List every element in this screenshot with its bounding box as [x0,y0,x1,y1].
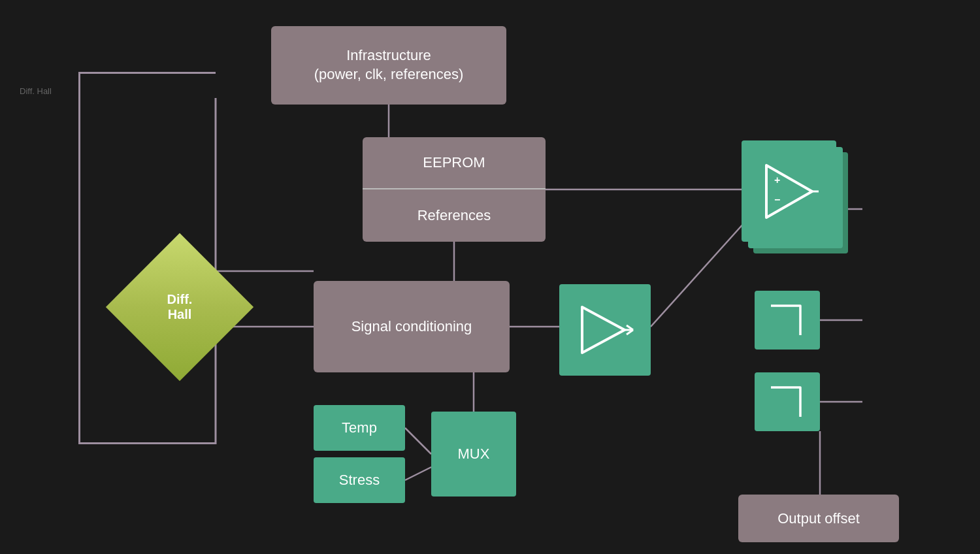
svg-text:−: − [774,194,780,205]
mux-box: MUX [431,412,516,497]
amp-stack: + − [742,140,849,255]
filter-box-top [755,291,820,350]
filter-box-bottom [755,372,820,431]
references-label: References [417,207,491,224]
mux-label: MUX [458,446,490,463]
svg-line-4 [651,222,745,327]
eeprom-label: EEPROM [423,154,485,171]
pga-box [559,284,651,376]
output-offset-box: Output offset [738,495,899,542]
svg-marker-19 [582,307,625,353]
temp-box: Temp [314,405,405,451]
eeprom-refs-box: EEPROM References [363,137,546,242]
amp-block-front: + − [742,140,836,242]
svg-line-8 [405,428,431,454]
stress-box: Stress [314,457,405,503]
infrastructure-box: Infrastructure(power, clk, references) [271,26,506,105]
stress-label: Stress [339,472,380,489]
svg-marker-15 [766,165,812,218]
filter-bottom-icon [768,384,807,420]
infrastructure-label: Infrastructure(power, clk, references) [314,46,464,84]
signal-conditioning-label: Signal conditioning [351,318,472,335]
output-offset-label: Output offset [777,510,860,527]
signal-conditioning-box: Signal conditioning [314,281,510,372]
pga-triangle-icon [576,301,634,359]
temp-label: Temp [342,419,377,436]
diagram: Diff. Hall Diff. Hall Infrastructure(pow… [0,0,980,554]
left-label-top: Diff. Hall [20,85,52,98]
amp-triangle-icon: + − [760,159,819,224]
filter-top-icon [768,302,807,338]
svg-text:+: + [774,174,780,186]
svg-line-9 [405,467,431,480]
